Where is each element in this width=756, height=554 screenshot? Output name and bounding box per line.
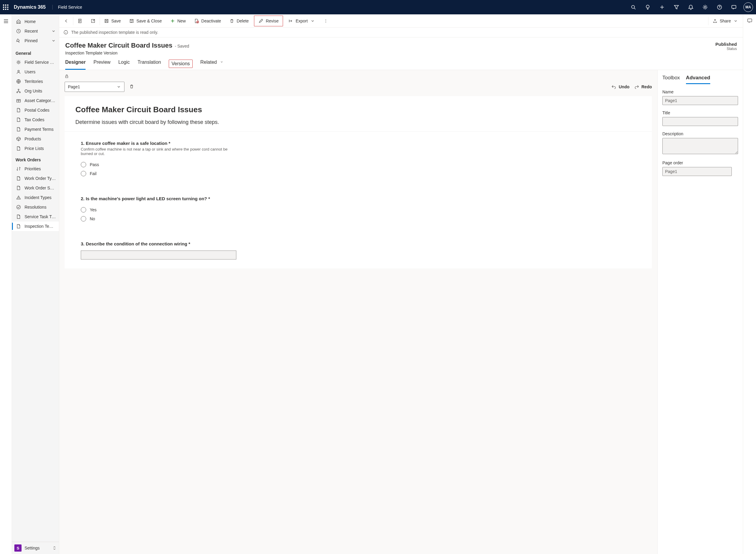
sidebar-item[interactable]: Org Units bbox=[12, 86, 59, 96]
radio-option[interactable]: Pass bbox=[81, 160, 641, 169]
assistant-icon[interactable] bbox=[747, 18, 752, 23]
page-order-field[interactable] bbox=[663, 167, 732, 176]
new-button[interactable]: New bbox=[166, 14, 190, 27]
doc-icon bbox=[16, 214, 21, 219]
radio-option[interactable]: No bbox=[81, 214, 641, 223]
filter-icon[interactable] bbox=[670, 0, 683, 14]
sidebar-item[interactable]: Price Lists bbox=[12, 144, 59, 153]
settings-badge: S bbox=[14, 544, 21, 552]
question[interactable]: 2. Is the machine's power light and LED … bbox=[65, 187, 652, 232]
sidebar-item[interactable]: Service Task Types bbox=[12, 212, 59, 221]
gear-icon bbox=[16, 60, 21, 65]
radio-icon bbox=[81, 162, 86, 167]
sidebar-item[interactable]: Incident Types bbox=[12, 193, 59, 202]
back-button[interactable] bbox=[60, 14, 73, 27]
tab-preview[interactable]: Preview bbox=[93, 60, 110, 70]
props-tab-advanced[interactable]: Advanced bbox=[686, 75, 710, 84]
command-bar: Save Save & Close New Deactivate Delete … bbox=[59, 14, 743, 27]
sidebar-item[interactable]: Users bbox=[12, 67, 59, 76]
chevron-down-icon bbox=[51, 29, 56, 34]
sidebar-item[interactable]: Recent bbox=[12, 26, 59, 36]
sidebar-item[interactable]: Field Service Setti... bbox=[12, 57, 59, 67]
delete-button[interactable]: Delete bbox=[225, 14, 253, 27]
share-button[interactable]: Share bbox=[708, 14, 742, 27]
doc-icon bbox=[16, 176, 21, 181]
avatar[interactable]: MA bbox=[744, 2, 753, 12]
text-answer-input[interactable] bbox=[81, 251, 236, 260]
radio-option[interactable]: Fail bbox=[81, 169, 641, 178]
page-order-label: Page order bbox=[663, 160, 738, 165]
check-icon bbox=[16, 205, 21, 210]
nav-toggle-column bbox=[0, 14, 12, 554]
more-button[interactable] bbox=[319, 14, 332, 27]
sidebar-item[interactable]: Asset Categories bbox=[12, 96, 59, 105]
sidebar-item[interactable]: Products bbox=[12, 134, 59, 144]
tab-related[interactable]: Related bbox=[200, 60, 224, 70]
radio-icon bbox=[81, 216, 86, 221]
bulb-icon[interactable] bbox=[641, 0, 654, 14]
save-close-button[interactable]: Save & Close bbox=[125, 14, 166, 27]
hamburger-icon[interactable] bbox=[3, 18, 9, 25]
tab-logic[interactable]: Logic bbox=[118, 60, 130, 70]
title-field[interactable] bbox=[663, 117, 738, 126]
page-view-button[interactable] bbox=[73, 14, 86, 27]
doc-icon bbox=[16, 146, 21, 151]
description-field[interactable] bbox=[663, 138, 738, 154]
chevron-down-icon bbox=[310, 18, 315, 23]
popout-button[interactable] bbox=[86, 14, 100, 27]
doc-icon bbox=[16, 108, 21, 113]
export-button[interactable]: Export bbox=[284, 14, 319, 27]
chevron-down-icon bbox=[51, 38, 56, 43]
redo-button[interactable]: Redo bbox=[634, 85, 652, 89]
sidebar-item[interactable]: Work Order Types bbox=[12, 174, 59, 183]
sidebar-item[interactable]: Payment Terms bbox=[12, 124, 59, 134]
plus-icon[interactable] bbox=[655, 0, 669, 14]
sidebar-item[interactable]: Tax Codes bbox=[12, 115, 59, 124]
record-subtitle: Inspection Template Version bbox=[65, 51, 189, 55]
save-button[interactable]: Save bbox=[100, 14, 125, 27]
page-selector[interactable]: Page1 bbox=[65, 82, 124, 92]
sidebar-item[interactable]: Home bbox=[12, 17, 59, 26]
info-text: The published inspection template is rea… bbox=[71, 30, 158, 35]
tab-translation[interactable]: Translation bbox=[138, 60, 161, 70]
app-bar: Dynamics 365 Field Service MA bbox=[0, 0, 756, 14]
bell-icon[interactable] bbox=[684, 0, 697, 14]
delete-page-button[interactable] bbox=[129, 84, 134, 90]
sort-icon bbox=[16, 166, 21, 171]
deactivate-button[interactable]: Deactivate bbox=[190, 14, 225, 27]
sidebar: HomeRecentPinned GeneralField Service Se… bbox=[12, 14, 59, 554]
name-field[interactable] bbox=[663, 96, 738, 105]
lock-icon bbox=[65, 74, 652, 79]
revise-button[interactable]: Revise bbox=[254, 15, 283, 26]
help-icon[interactable] bbox=[713, 0, 726, 14]
doc-icon bbox=[16, 185, 21, 190]
sidebar-item[interactable]: Postal Codes bbox=[12, 105, 59, 115]
sidebar-item[interactable]: Resolutions bbox=[12, 202, 59, 212]
sidebar-item[interactable]: Work Order Subst... bbox=[12, 183, 59, 193]
tab-versions[interactable]: Versions bbox=[169, 60, 192, 68]
gear-icon[interactable] bbox=[699, 0, 712, 14]
canvas: Coffee Maker Circuit Board Issues Determ… bbox=[65, 96, 652, 269]
cube-icon bbox=[16, 136, 21, 141]
area-switcher[interactable]: S Settings bbox=[12, 542, 59, 554]
tab-designer[interactable]: Designer bbox=[65, 60, 85, 70]
app-module[interactable]: Field Service bbox=[52, 5, 82, 10]
sidebar-item[interactable]: Territories bbox=[12, 76, 59, 86]
chat-icon[interactable] bbox=[727, 0, 741, 14]
right-rail bbox=[743, 14, 756, 554]
sidebar-item[interactable]: Priorities bbox=[12, 164, 59, 174]
record-header: Coffee Maker Circuit Board Issues - Save… bbox=[59, 38, 743, 55]
question[interactable]: 3. Describe the condition of the connect… bbox=[65, 232, 652, 269]
search-icon[interactable] bbox=[627, 0, 640, 14]
name-label: Name bbox=[663, 90, 738, 94]
properties-pane: ToolboxAdvanced Name Title Description P… bbox=[657, 70, 743, 554]
sidebar-item[interactable]: Pinned bbox=[12, 36, 59, 46]
undo-button[interactable]: Undo bbox=[612, 85, 629, 89]
form-tabs: DesignerPreviewLogicTranslationVersionsR… bbox=[59, 55, 743, 70]
app-title[interactable]: Dynamics 365 bbox=[14, 4, 46, 10]
sidebar-item[interactable]: Inspection Templa... bbox=[12, 221, 59, 231]
props-tab-toolbox[interactable]: Toolbox bbox=[663, 75, 680, 84]
question[interactable]: 1. Ensure coffee maker is a safe locatio… bbox=[65, 132, 652, 187]
radio-option[interactable]: Yes bbox=[81, 205, 641, 214]
app-launcher-icon[interactable] bbox=[3, 4, 8, 10]
